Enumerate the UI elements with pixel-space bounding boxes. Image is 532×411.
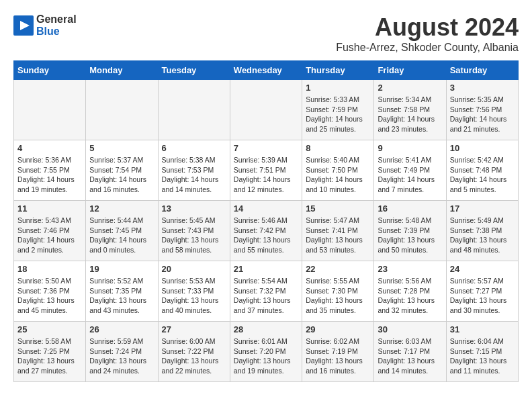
column-header-monday: Monday — [86, 61, 158, 80]
calendar-cell: 27Sunrise: 6:00 AM Sunset: 7:22 PM Dayli… — [158, 322, 230, 382]
month-title: August 2024 — [336, 13, 519, 42]
day-info: Sunrise: 5:44 AM Sunset: 7:45 PM Dayligh… — [89, 216, 154, 255]
logo-icon — [13, 15, 34, 36]
day-number: 1 — [306, 83, 370, 93]
day-info: Sunrise: 5:56 AM Sunset: 7:28 PM Dayligh… — [378, 276, 442, 316]
day-info: Sunrise: 5:41 AM Sunset: 7:49 PM Dayligh… — [378, 155, 442, 195]
day-number: 3 — [450, 83, 515, 93]
day-number: 22 — [306, 264, 370, 274]
page-header: General Blue August 2024 Fushe-Arrez, Sh… — [13, 13, 519, 54]
logo-general: General — [36, 13, 77, 26]
calendar-cell: 16Sunrise: 5:48 AM Sunset: 7:39 PM Dayli… — [374, 201, 446, 261]
day-number: 17 — [450, 203, 515, 214]
calendar-cell — [158, 80, 230, 140]
day-info: Sunrise: 5:33 AM Sunset: 7:59 PM Dayligh… — [306, 95, 370, 134]
day-info: Sunrise: 6:04 AM Sunset: 7:15 PM Dayligh… — [450, 336, 515, 376]
calendar-cell: 10Sunrise: 5:42 AM Sunset: 7:48 PM Dayli… — [446, 140, 518, 201]
calendar-cell: 30Sunrise: 6:03 AM Sunset: 7:17 PM Dayli… — [374, 322, 446, 382]
day-number: 10 — [450, 143, 515, 153]
day-info: Sunrise: 5:48 AM Sunset: 7:39 PM Dayligh… — [378, 216, 442, 255]
day-info: Sunrise: 5:52 AM Sunset: 7:35 PM Dayligh… — [89, 276, 154, 316]
day-number: 29 — [306, 324, 370, 334]
day-info: Sunrise: 5:36 AM Sunset: 7:55 PM Dayligh… — [17, 155, 82, 195]
day-info: Sunrise: 5:50 AM Sunset: 7:36 PM Dayligh… — [17, 276, 82, 316]
calendar-cell: 20Sunrise: 5:53 AM Sunset: 7:33 PM Dayli… — [158, 261, 230, 322]
day-info: Sunrise: 5:35 AM Sunset: 7:56 PM Dayligh… — [450, 95, 515, 134]
day-number: 16 — [378, 203, 442, 214]
day-number: 26 — [89, 324, 154, 334]
calendar-cell: 15Sunrise: 5:47 AM Sunset: 7:41 PM Dayli… — [302, 201, 374, 261]
day-info: Sunrise: 5:39 AM Sunset: 7:51 PM Dayligh… — [234, 155, 298, 195]
calendar-cell: 1Sunrise: 5:33 AM Sunset: 7:59 PM Daylig… — [302, 80, 374, 140]
calendar-cell: 6Sunrise: 5:38 AM Sunset: 7:53 PM Daylig… — [158, 140, 230, 201]
calendar-cell: 18Sunrise: 5:50 AM Sunset: 7:36 PM Dayli… — [14, 261, 86, 322]
column-header-sunday: Sunday — [14, 61, 86, 80]
calendar-cell: 26Sunrise: 5:59 AM Sunset: 7:24 PM Dayli… — [86, 322, 158, 382]
column-header-wednesday: Wednesday — [230, 61, 302, 80]
day-number: 23 — [378, 264, 442, 274]
calendar-cell: 24Sunrise: 5:57 AM Sunset: 7:27 PM Dayli… — [446, 261, 518, 322]
day-info: Sunrise: 5:55 AM Sunset: 7:30 PM Dayligh… — [306, 276, 370, 316]
day-info: Sunrise: 5:46 AM Sunset: 7:42 PM Dayligh… — [234, 216, 298, 255]
calendar-cell — [86, 80, 158, 140]
calendar-cell: 3Sunrise: 5:35 AM Sunset: 7:56 PM Daylig… — [446, 80, 518, 140]
day-info: Sunrise: 5:53 AM Sunset: 7:33 PM Dayligh… — [162, 276, 226, 316]
day-number: 4 — [17, 143, 82, 153]
calendar-cell: 4Sunrise: 5:36 AM Sunset: 7:55 PM Daylig… — [14, 140, 86, 201]
title-area: August 2024 Fushe-Arrez, Shkoder County,… — [336, 13, 519, 54]
calendar-cell: 19Sunrise: 5:52 AM Sunset: 7:35 PM Dayli… — [86, 261, 158, 322]
day-info: Sunrise: 5:43 AM Sunset: 7:46 PM Dayligh… — [17, 216, 82, 255]
calendar-table: SundayMondayTuesdayWednesdayThursdayFrid… — [13, 60, 519, 382]
location-title: Fushe-Arrez, Shkoder County, Albania — [336, 42, 519, 54]
day-number: 25 — [17, 324, 82, 334]
calendar-cell: 25Sunrise: 5:58 AM Sunset: 7:25 PM Dayli… — [14, 322, 86, 382]
calendar-week-3: 11Sunrise: 5:43 AM Sunset: 7:46 PM Dayli… — [14, 201, 519, 261]
calendar-cell: 17Sunrise: 5:49 AM Sunset: 7:38 PM Dayli… — [446, 201, 518, 261]
calendar-cell: 21Sunrise: 5:54 AM Sunset: 7:32 PM Dayli… — [230, 261, 302, 322]
day-number: 27 — [162, 324, 226, 334]
day-number: 15 — [306, 203, 370, 214]
day-number: 2 — [378, 83, 442, 93]
day-info: Sunrise: 5:49 AM Sunset: 7:38 PM Dayligh… — [450, 216, 515, 255]
calendar-cell: 11Sunrise: 5:43 AM Sunset: 7:46 PM Dayli… — [14, 201, 86, 261]
day-info: Sunrise: 5:59 AM Sunset: 7:24 PM Dayligh… — [89, 336, 154, 376]
calendar-cell — [14, 80, 86, 140]
day-number: 20 — [162, 264, 226, 274]
calendar-cell: 31Sunrise: 6:04 AM Sunset: 7:15 PM Dayli… — [446, 322, 518, 382]
calendar-cell: 29Sunrise: 6:02 AM Sunset: 7:19 PM Dayli… — [302, 322, 374, 382]
calendar-cell: 22Sunrise: 5:55 AM Sunset: 7:30 PM Dayli… — [302, 261, 374, 322]
day-info: Sunrise: 6:01 AM Sunset: 7:20 PM Dayligh… — [234, 336, 298, 376]
day-number: 28 — [234, 324, 298, 334]
day-info: Sunrise: 5:54 AM Sunset: 7:32 PM Dayligh… — [234, 276, 298, 316]
day-info: Sunrise: 5:42 AM Sunset: 7:48 PM Dayligh… — [450, 155, 515, 195]
day-info: Sunrise: 6:02 AM Sunset: 7:19 PM Dayligh… — [306, 336, 370, 376]
calendar-cell — [230, 80, 302, 140]
day-info: Sunrise: 5:38 AM Sunset: 7:53 PM Dayligh… — [162, 155, 226, 195]
day-number: 13 — [162, 203, 226, 214]
day-info: Sunrise: 5:57 AM Sunset: 7:27 PM Dayligh… — [450, 276, 515, 316]
day-info: Sunrise: 6:00 AM Sunset: 7:22 PM Dayligh… — [162, 336, 226, 376]
day-info: Sunrise: 5:58 AM Sunset: 7:25 PM Dayligh… — [17, 336, 82, 376]
day-number: 7 — [234, 143, 298, 153]
logo: General Blue — [13, 13, 77, 37]
day-number: 31 — [450, 324, 515, 334]
day-number: 24 — [450, 264, 515, 274]
calendar-cell: 23Sunrise: 5:56 AM Sunset: 7:28 PM Dayli… — [374, 261, 446, 322]
calendar-week-1: 1Sunrise: 5:33 AM Sunset: 7:59 PM Daylig… — [14, 80, 519, 140]
calendar-cell: 12Sunrise: 5:44 AM Sunset: 7:45 PM Dayli… — [86, 201, 158, 261]
day-number: 11 — [17, 203, 82, 214]
column-header-thursday: Thursday — [302, 61, 374, 80]
calendar-cell: 28Sunrise: 6:01 AM Sunset: 7:20 PM Dayli… — [230, 322, 302, 382]
calendar-week-5: 25Sunrise: 5:58 AM Sunset: 7:25 PM Dayli… — [14, 322, 519, 382]
day-info: Sunrise: 6:03 AM Sunset: 7:17 PM Dayligh… — [378, 336, 442, 376]
day-number: 9 — [378, 143, 442, 153]
day-number: 5 — [89, 143, 154, 153]
column-header-tuesday: Tuesday — [158, 61, 230, 80]
day-number: 18 — [17, 264, 82, 274]
column-header-saturday: Saturday — [446, 61, 518, 80]
calendar-cell: 13Sunrise: 5:45 AM Sunset: 7:43 PM Dayli… — [158, 201, 230, 261]
calendar-cell: 8Sunrise: 5:40 AM Sunset: 7:50 PM Daylig… — [302, 140, 374, 201]
day-info: Sunrise: 5:40 AM Sunset: 7:50 PM Dayligh… — [306, 155, 370, 195]
calendar-cell: 7Sunrise: 5:39 AM Sunset: 7:51 PM Daylig… — [230, 140, 302, 201]
day-info: Sunrise: 5:45 AM Sunset: 7:43 PM Dayligh… — [162, 216, 226, 255]
